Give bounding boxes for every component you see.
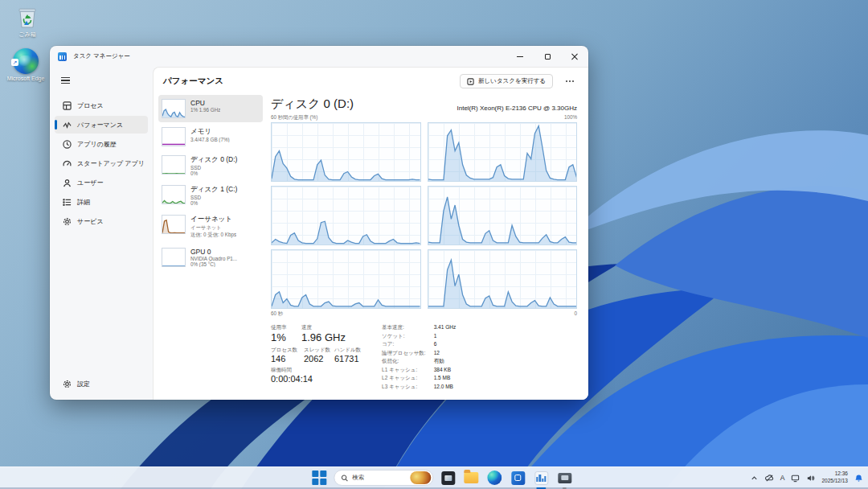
tray-time: 12:36 [821,471,848,478]
metric-sub: 3.4/47.8 GB (7%) [190,137,230,142]
tray-show-hidden-icons[interactable] [750,474,759,483]
zero-axis-label: 0 [574,310,577,318]
recycle-bin-icon [17,6,38,29]
uptime-stat-label: 稼働時間 [271,367,361,374]
spec-label: L2 キャッシュ: [382,375,426,382]
taskbar-task-manager[interactable] [532,469,550,487]
active-app-indicator [536,487,546,489]
processes-stat-value: 146 [271,354,304,364]
metric-sub: 送信: 0 受信: 0 Kbps [190,232,236,239]
detail-title: ディスク 0 (D:) [271,97,354,112]
spec-value: 1.5 MB [434,375,456,382]
edge-icon [487,471,502,485]
search-highlight-art[interactable] [410,471,431,484]
usage-stat-label: 使用率 [271,324,301,331]
metric-disk1[interactable]: ディスク 1 (C:) SSD 0% [158,181,263,210]
content-pane: パフォーマンス 新しいタスクを実行する CPU 1 [153,67,588,400]
search-icon [341,475,348,482]
performance-metric-list: CPU 1% 1.96 GHz メモリ 3.4/47.8 GB (7%) [158,95,263,400]
cpu-stats: 使用率 1% 速度 1.96 GHz プロセス数 146 スレッド数 [271,321,577,391]
sidebar-item-startup-apps[interactable]: スタートアップ アプリ [55,154,148,172]
taskbar-search[interactable]: 検索 [334,470,433,486]
sidebar-item-label: スタートアップ アプリ [77,159,145,168]
threads-stat-label: スレッド数 [304,347,334,354]
cpu-mini-graph [162,99,186,118]
core-chart-2 [428,122,578,182]
blue-app-icon [511,471,525,485]
tray-volume[interactable] [806,474,815,483]
titlebar[interactable]: タスク マネージャー [50,46,588,67]
spec-value: 有効 [434,358,456,365]
taskbar-gray-app[interactable] [555,469,573,487]
sidebar-item-performance[interactable]: パフォーマンス [55,116,148,134]
tray-ime-mode[interactable]: A [780,474,785,482]
sidebar-item-processes[interactable]: プロセス [55,97,148,114]
sidebar-item-label: パフォーマンス [77,121,123,129]
spec-label: ソケット: [382,333,426,340]
run-task-label: 新しいタスクを実行する [478,77,546,85]
maximize-icon [545,54,551,60]
close-icon [571,53,578,60]
ethernet-mini-graph [162,215,186,234]
detail-pane: ディスク 0 (D:) Intel(R) Xeon(R) E-2136 CPU … [263,95,583,400]
tray-onedrive[interactable] [765,474,774,483]
spec-label: L1 キャッシュ: [382,367,426,374]
tray-network[interactable] [791,474,800,483]
task-manager-window: タスク マネージャー プロセス パフォーマンス [50,46,588,400]
close-button[interactable] [561,46,588,67]
maximize-button[interactable] [534,46,561,67]
metric-sub: 0% (35 °C) [190,261,237,267]
taskbar-file-explorer[interactable] [462,469,480,487]
usage-stat-value: 1% [271,331,301,343]
threads-stat-value: 2062 [304,354,334,364]
tray-clock[interactable]: 12:36 2025/12/13 [821,471,848,485]
metric-gpu0[interactable]: GPU 0 NVIDIA Quadro P1... 0% (35 °C) [158,244,263,271]
sidebar-item-app-history[interactable]: アプリの履歴 [55,135,148,153]
sidebar-item-settings[interactable]: 設定 [55,375,148,392]
start-button[interactable] [310,469,328,487]
taskbar-blue-app[interactable] [509,469,526,487]
metric-sub: 1% 1.96 GHz [190,107,220,113]
desktop-icon-recycle-bin[interactable]: ごみ箱 [2,6,53,39]
sidebar-item-users[interactable]: ユーザー [55,174,148,191]
core-chart-3 [271,186,421,245]
spec-value: 12.0 MB [434,384,456,391]
spec-value: 12 [434,350,456,357]
speed-stat-value: 1.96 GHz [301,331,346,343]
metric-sub: 0% [190,200,237,206]
metric-memory[interactable]: メモリ 3.4/47.8 GB (7%) [158,123,263,150]
desktop: ごみ箱 ↗ Microsoft Edge タスク マネージャー プロセス [0,0,868,489]
handles-stat-value: 61731 [334,354,361,364]
tray-date: 2025/12/13 [821,478,848,485]
metric-disk0[interactable]: ディスク 0 (D:) SSD 0% [158,151,263,180]
sidebar-item-details[interactable]: 詳細 [55,193,148,211]
metric-cpu[interactable]: CPU 1% 1.96 GHz [158,95,263,122]
task-manager-app-icon [58,52,67,61]
file-explorer-icon [464,472,478,483]
desktop-icon-edge[interactable]: ↗ Microsoft Edge [0,48,51,81]
tray-notifications[interactable] [854,474,863,483]
run-task-icon [467,78,474,85]
cpu-spec-list: 基本速度:3.41 GHz ソケット:1 コア:6 論理プロセッサ数:12 仮想… [382,324,456,391]
metric-ethernet[interactable]: イーサネット イーサネット 送信: 0 受信: 0 Kbps [158,211,263,243]
hamburger-menu-button[interactable] [58,72,79,89]
run-new-task-button[interactable]: 新しいタスクを実行する [460,74,553,88]
metric-title: ディスク 1 (C:) [190,185,237,195]
sidebar-item-services[interactable]: サービス [55,212,148,230]
ethernet-network-icon [791,474,800,483]
more-options-button[interactable] [559,76,580,87]
window-title: タスク マネージャー [73,52,130,60]
settings-gear-icon [63,380,72,388]
sidebar-item-label: 詳細 [77,198,90,207]
edge-icon: ↗ [13,48,39,74]
sidebar-item-label: アプリの履歴 [77,140,117,149]
cpu-model-name: Intel(R) Xeon(R) E-2136 CPU @ 3.30GHz [457,105,577,112]
gpu-mini-graph [162,248,186,267]
per-core-charts[interactable] [271,122,577,309]
spec-value: 6 [434,341,456,348]
sidebar: プロセス パフォーマンス アプリの履歴 スタートアップ アプリ ユーザー [50,67,153,400]
taskbar-app-dark[interactable] [439,469,457,487]
spec-label: 基本速度: [382,324,426,331]
taskbar-edge[interactable] [485,469,503,487]
minimize-button[interactable] [506,46,534,67]
